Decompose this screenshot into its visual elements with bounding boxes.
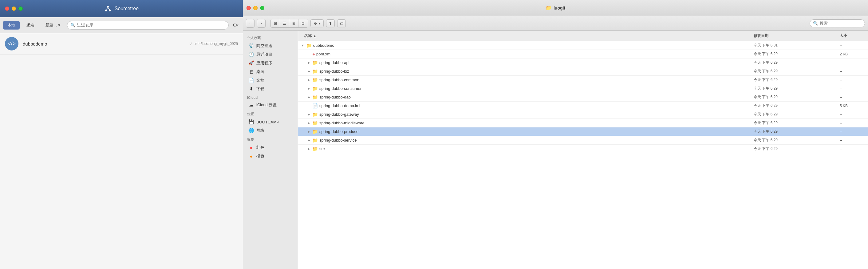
close-button[interactable] <box>5 6 9 11</box>
file-name-label: spring-dubbo-consumer <box>319 86 362 91</box>
finder-search-box[interactable]: 🔍 <box>810 19 865 27</box>
size-column-header[interactable]: 大小 <box>837 32 868 40</box>
file-row[interactable]: ▶ 📁 spring-dubbo-producer 今天 下午 6:29 -- <box>298 128 868 136</box>
repo-path-label: user/luocheng_mygit_0925 <box>194 42 238 46</box>
file-name-cell: ▶ 📁 spring-dubbo-biz <box>298 69 751 74</box>
file-size-cell: -- <box>837 61 868 65</box>
icon-view-button[interactable]: ⊞ <box>271 19 280 27</box>
forward-button[interactable]: › <box>257 19 266 28</box>
file-name-label: spring-dubbo-producer <box>319 129 360 134</box>
file-date-cell: 今天 下午 6:29 <box>751 112 837 117</box>
file-date-cell: 今天 下午 6:29 <box>751 146 837 152</box>
new-button[interactable]: 新建... ▾ <box>41 21 65 30</box>
sidebar-item-airdrop[interactable]: 📡 隔空投送 <box>244 42 297 50</box>
action-button[interactable]: ⚙ ▾ <box>310 19 324 27</box>
local-tab[interactable]: 本地 <box>3 21 20 30</box>
file-size-cell: -- <box>837 121 868 125</box>
file-date-cell: 今天 下午 6:29 <box>751 129 837 134</box>
settings-button[interactable]: ⚙ ▾ <box>231 21 240 30</box>
expand-arrow-icon: ▶ <box>307 121 311 125</box>
file-date-cell: 今天 下午 6:31 <box>751 43 837 48</box>
sidebar-item-desktop[interactable]: 🖥 桌面 <box>244 68 297 76</box>
sidebar-item-network[interactable]: 🌐 网络 <box>244 126 297 135</box>
downloads-icon: ⬇ <box>248 86 254 92</box>
file-name-label: spring-dubbo-common <box>319 78 359 82</box>
file-date-cell: 今天 下午 6:29 <box>751 103 837 108</box>
file-row[interactable]: 📄 spring-dubbo-demo.iml 今天 下午 6:29 5 KB <box>298 102 868 110</box>
file-row[interactable]: ▶ 📁 spring-dubbo-service 今天 下午 6:29 -- <box>298 136 868 145</box>
file-size-cell: -- <box>837 95 868 100</box>
finder-search-input[interactable] <box>820 21 862 26</box>
fullscreen-button[interactable] <box>19 6 23 11</box>
column-view-button[interactable]: ⊟ <box>289 19 299 27</box>
file-date-cell: 今天 下午 6:29 <box>751 95 837 100</box>
finder-window-title: 📁 luogit <box>546 5 565 11</box>
file-name-cell: ▶ 📁 spring-dubbo-gateway <box>298 112 751 117</box>
file-name-cell: ● pom.xml <box>298 51 751 57</box>
expand-arrow-icon: ▶ <box>307 147 311 151</box>
file-row[interactable]: ● pom.xml 今天 下午 6:29 2 KB <box>298 50 868 58</box>
file-name-cell: ▶ 📁 spring-dubbo-api <box>298 60 751 65</box>
date-column-header[interactable]: 修改日期 <box>751 32 837 40</box>
repo-path: ⑂ user/luocheng_mygit_0925 <box>189 42 238 46</box>
network-icon: 🌐 <box>248 128 254 133</box>
file-row[interactable]: ▼ 📁 dubbodemo 今天 下午 6:31 -- <box>298 41 868 50</box>
file-name-label: spring-dubbo-gateway <box>319 112 359 117</box>
search-input[interactable] <box>77 23 225 27</box>
sidebar-item-recent[interactable]: 🕐 最近项目 <box>244 50 297 59</box>
back-button[interactable]: ‹ <box>246 19 254 28</box>
file-name-label: spring-dubbo-middleware <box>319 120 365 125</box>
sidebar-item-applications[interactable]: 🚀 应用程序 <box>244 59 297 68</box>
file-name-cell: ▶ 📁 spring-dubbo-middleware <box>298 120 751 126</box>
finder-close-button[interactable] <box>247 6 251 10</box>
file-name-cell: 📄 spring-dubbo-demo.iml <box>298 103 751 109</box>
sidebar-item-documents[interactable]: 📄 文稿 <box>244 76 297 85</box>
tag-button[interactable]: 🏷 <box>337 19 346 27</box>
folder-icon: 📁 <box>312 138 318 143</box>
folder-icon: 📁 <box>312 60 318 65</box>
file-row[interactable]: ▶ 📁 spring-dubbo-common 今天 下午 6:29 -- <box>298 76 868 84</box>
expand-arrow-icon: ▶ <box>307 138 311 142</box>
file-date-cell: 今天 下午 6:29 <box>751 69 837 74</box>
expand-arrow-icon: ▼ <box>301 44 305 47</box>
repo-item[interactable]: </> dubbodemo ⑂ user/luocheng_mygit_0925 <box>0 33 243 54</box>
gallery-view-button[interactable]: ⊠ <box>299 19 308 27</box>
finder-fullscreen-button[interactable] <box>260 6 264 10</box>
file-row[interactable]: ▶ 📁 spring-dubbo-biz 今天 下午 6:29 -- <box>298 67 868 76</box>
file-size-cell: -- <box>837 69 868 74</box>
sidebar-item-red-tag[interactable]: ● 红色 <box>244 143 297 152</box>
file-name-cell: ▶ 📁 spring-dubbo-common <box>298 77 751 83</box>
xml-file-icon: ● <box>312 51 315 57</box>
file-row[interactable]: ▶ 📁 spring-dubbo-api 今天 下午 6:29 -- <box>298 58 868 67</box>
file-row[interactable]: ▶ 📁 spring-dubbo-consumer 今天 下午 6:29 -- <box>298 84 868 93</box>
name-column-header[interactable]: 名称 ▲ <box>298 32 751 40</box>
file-row[interactable]: ▶ 📁 spring-dubbo-gateway 今天 下午 6:29 -- <box>298 110 868 119</box>
share-button[interactable]: ⬆ <box>326 19 335 27</box>
minimize-button[interactable] <box>12 6 16 11</box>
file-date-cell: 今天 下午 6:29 <box>751 77 837 82</box>
sidebar-item-downloads[interactable]: ⬇ 下载 <box>244 85 297 93</box>
sourcetree-titlebar: Sourcetree <box>0 0 243 17</box>
folder-icon: 📁 <box>312 95 318 100</box>
action-arrow: ▾ <box>318 21 320 26</box>
icloud-label: iCloud <box>243 93 298 101</box>
file-row[interactable]: ▶ 📁 spring-dubbo-dao 今天 下午 6:29 -- <box>298 93 868 102</box>
file-row[interactable]: ▶ 📁 src 今天 下午 6:29 -- <box>298 145 868 153</box>
finder-traffic-lights <box>247 6 264 10</box>
sidebar-item-documents-label: 文稿 <box>256 78 264 83</box>
repo-name: dubbodemo <box>23 41 47 47</box>
sort-arrow-icon: ▲ <box>313 34 317 38</box>
expand-arrow-icon: ▶ <box>307 70 311 73</box>
list-view-button[interactable]: ☰ <box>280 19 289 27</box>
file-name-label: src <box>319 146 324 151</box>
file-name-cell: ▶ 📁 spring-dubbo-service <box>298 138 751 143</box>
remote-tab[interactable]: 远端 <box>22 21 39 30</box>
sidebar-item-icloud[interactable]: ☁ iCloud 云盘 <box>244 101 297 109</box>
finder-minimize-button[interactable] <box>253 6 257 10</box>
search-box[interactable]: 🔍 <box>67 21 229 30</box>
sidebar-item-bootcamp[interactable]: 💾 BOOTCAMP <box>244 117 297 126</box>
sidebar-item-orange-tag[interactable]: ● 橙色 <box>244 152 297 160</box>
file-size-cell: -- <box>837 138 868 142</box>
file-row[interactable]: ▶ 📁 spring-dubbo-middleware 今天 下午 6:29 -… <box>298 119 868 128</box>
sourcetree-panel: Sourcetree 本地 远端 新建... ▾ 🔍 ⚙ ▾ </> dubbo… <box>0 0 243 269</box>
